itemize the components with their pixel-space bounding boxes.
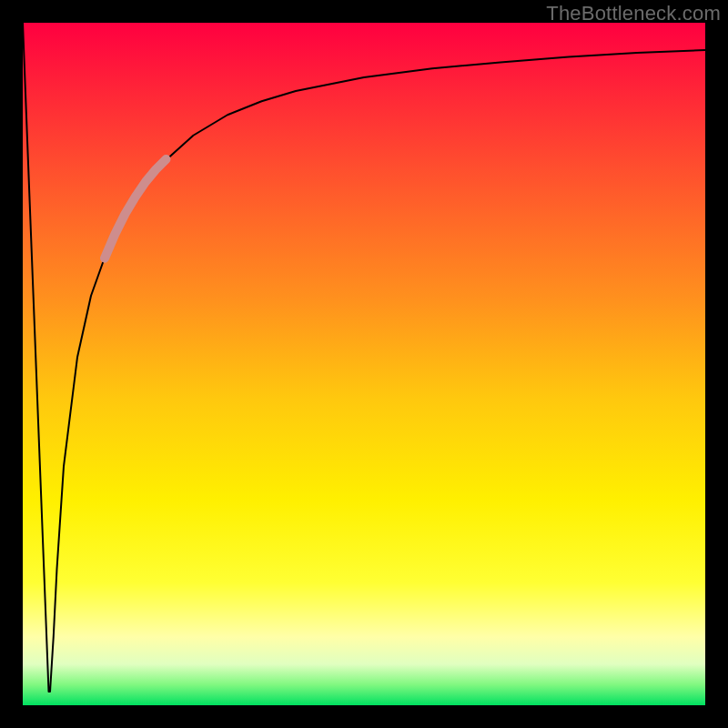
gradient-background (23, 23, 705, 705)
watermark-text: TheBottleneck.com (546, 2, 721, 25)
chart-svg (23, 23, 705, 705)
chart-frame: TheBottleneck.com (0, 0, 728, 728)
plot-area (23, 23, 705, 705)
